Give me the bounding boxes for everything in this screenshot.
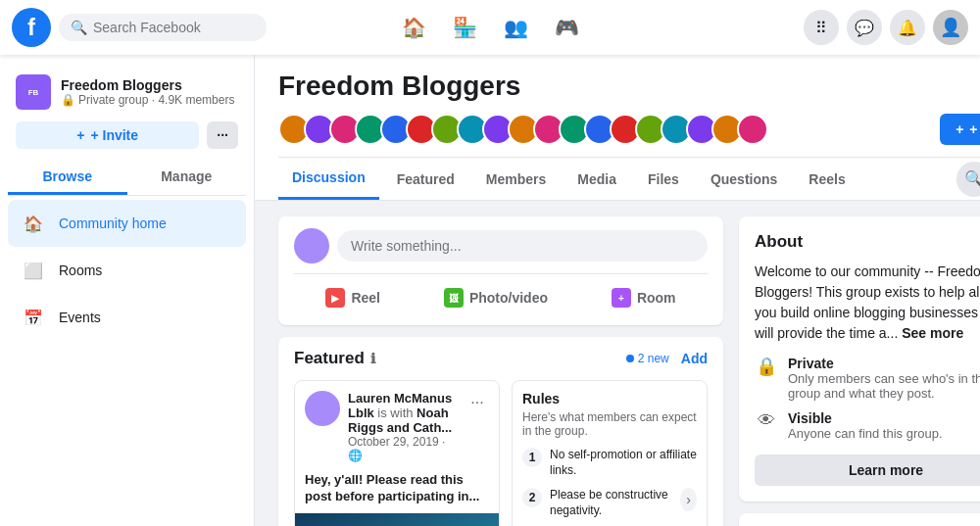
card-author-name: Lauren McManus Lblk is with Noah Riggs a… — [348, 391, 458, 435]
card-info: Lauren McManus Lblk is with Noah Riggs a… — [348, 391, 458, 462]
group-info: Freedom Bloggers 🔒 Private group · 4.9K … — [61, 77, 238, 107]
sidebar-item-events[interactable]: 📅 Events — [8, 294, 246, 341]
sidebar-action-buttons: + + Invite ··· — [8, 118, 246, 157]
apps-grid-button[interactable]: ⠿ — [804, 10, 839, 45]
sidebar-more-button[interactable]: ··· — [207, 121, 238, 149]
search-tab-button[interactable]: 🔍 — [956, 162, 980, 197]
top-nav: f 🔍 🏠 🏪 👥 🎮 ⠿ 💬 🔔 👤 — [0, 0, 980, 55]
plus-icon-main: + — [956, 121, 963, 137]
user-avatar-nav[interactable]: 👤 — [933, 10, 968, 45]
left-sidebar: FB Freedom Bloggers 🔒 Private group · 4.… — [0, 55, 255, 526]
notifications-button[interactable]: 🔔 — [890, 10, 925, 45]
rule-item-2: 2 Please be constructive negativity. › — [522, 488, 697, 518]
featured-header: Featured ℹ 2 new Add — [278, 337, 723, 376]
sidebar-tab-browse[interactable]: Browse — [8, 161, 127, 195]
featured-title: Featured ℹ — [294, 349, 375, 368]
members-row: + + Invite — [278, 114, 980, 145]
featured-card-header: Lauren McManus Lblk is with Noah Riggs a… — [295, 381, 499, 472]
group-tab-members[interactable]: Members — [472, 160, 560, 199]
about-item-content-private: Private Only members can see who's in th… — [788, 356, 980, 401]
group-meta: 🔒 Private group · 4.9K members — [61, 93, 238, 107]
featured-info-icon[interactable]: ℹ — [370, 351, 375, 366]
rules-title: Rules — [522, 391, 697, 406]
room-button[interactable]: + Room — [600, 282, 688, 313]
see-more-button[interactable]: See more — [902, 325, 963, 341]
nav-right: ⠿ 💬 🔔 👤 — [713, 10, 968, 45]
plus-icon: + — [76, 127, 84, 143]
card-image-inner: Lauren McManus Co-Founder · Creator Stra… — [295, 513, 499, 526]
featured-add-button[interactable]: Add — [681, 351, 708, 366]
rule-expand-button[interactable]: › — [680, 488, 697, 511]
card-image: Lauren McManus Co-Founder · Creator Stra… — [295, 513, 499, 526]
rule-text-2: Please be constructive negativity. — [550, 488, 672, 518]
right-column: About Welcome to our community -- Freedo… — [739, 216, 980, 526]
featured-section: Featured ℹ 2 new Add — [278, 337, 723, 526]
events-icon: 📅 — [18, 302, 49, 333]
nav-left: f 🔍 — [12, 8, 267, 47]
post-box: ▶ Reel 🖼 Photo/video + Room — [278, 216, 723, 325]
group-name: Freedom Bloggers — [61, 77, 238, 93]
photo-icon: 🖼 — [444, 288, 464, 308]
nav-friends-button[interactable]: 👥 — [492, 4, 539, 51]
about-item-visible: 👁 Visible Anyone can find this group. — [755, 410, 980, 441]
lock-icon: 🔒 — [61, 93, 75, 107]
feed-column: ▶ Reel 🖼 Photo/video + Room — [278, 216, 723, 526]
group-tab-actions: 🔍 ··· — [956, 162, 980, 197]
rules-card: Rules Here's what members can expect in … — [512, 380, 708, 526]
messenger-button[interactable]: 💬 — [847, 10, 882, 45]
nav-store-button[interactable]: 🏪 — [441, 4, 488, 51]
group-title: Freedom Bloggers — [278, 71, 980, 102]
rule-number-2: 2 — [522, 488, 542, 507]
card-menu-button[interactable]: ··· — [466, 391, 489, 414]
group-tab-files[interactable]: Files — [634, 160, 693, 199]
featured-post-card: Lauren McManus Lblk is with Noah Riggs a… — [294, 380, 500, 526]
rooms-icon: ⬜ — [18, 255, 49, 286]
home-icon: 🏠 — [18, 208, 49, 239]
reel-button[interactable]: ▶ Reel — [314, 282, 392, 313]
sidebar-item-label-community-home: Community home — [59, 215, 167, 231]
group-tabs: Discussion Featured Members Media Files … — [278, 158, 859, 200]
sidebar-item-rooms[interactable]: ⬜ Rooms — [8, 247, 246, 294]
room-icon: + — [612, 288, 631, 308]
search-icon: 🔍 — [71, 20, 87, 35]
group-invite-button[interactable]: + + Invite — [940, 114, 980, 145]
rule-number-1: 1 — [522, 448, 542, 467]
rule-text-1: No self-promotion or affiliate links. — [550, 448, 697, 478]
sidebar-tabs: Browse Manage — [8, 161, 246, 196]
nav-home-button[interactable]: 🏠 — [390, 4, 437, 51]
about-visible-label: Visible — [788, 410, 980, 426]
content-area: ▶ Reel 🖼 Photo/video + Room — [255, 201, 980, 526]
sidebar-tab-manage[interactable]: Manage — [127, 161, 247, 195]
about-description: Welcome to our community -- Freedom Blog… — [755, 262, 980, 344]
nav-gaming-button[interactable]: 🎮 — [543, 4, 590, 51]
group-tab-media[interactable]: Media — [564, 160, 630, 199]
photo-video-button[interactable]: 🖼 Photo/video — [432, 282, 560, 313]
about-item-private: 🔒 Private Only members can see who's in … — [755, 356, 980, 401]
sidebar-item-label-rooms: Rooms — [59, 263, 102, 278]
facebook-logo: f — [12, 8, 51, 47]
featured-cards: Lauren McManus Lblk is with Noah Riggs a… — [278, 376, 723, 526]
about-private-label: Private — [788, 356, 980, 371]
card-text: Hey, y'all! Please read this post before… — [295, 472, 499, 513]
main-content: Freedom Bloggers + + Invite Discussion F… — [255, 55, 980, 526]
sidebar-invite-button[interactable]: + + Invite — [16, 121, 199, 149]
card-author-avatar — [305, 391, 340, 426]
search-input[interactable] — [93, 20, 255, 35]
about-private-desc: Only members can see who's in the group … — [788, 371, 980, 401]
search-box[interactable]: 🔍 — [59, 14, 267, 41]
post-actions: ▶ Reel 🖼 Photo/video + Room — [294, 273, 708, 313]
group-tab-reels[interactable]: Reels — [795, 160, 858, 199]
member-avatars-list — [278, 114, 762, 145]
recent-media-card: Recent media ✏ — [739, 513, 980, 526]
group-tab-questions[interactable]: Questions — [697, 160, 791, 199]
learn-more-button[interactable]: Learn more — [755, 454, 980, 486]
post-input-field[interactable] — [337, 230, 708, 262]
group-tab-discussion[interactable]: Discussion — [278, 158, 379, 200]
group-tab-featured[interactable]: Featured — [383, 160, 468, 199]
page-layout: FB Freedom Bloggers 🔒 Private group · 4.… — [0, 55, 980, 526]
group-banner: Freedom Bloggers + + Invite Discussion F… — [255, 55, 980, 201]
sidebar-item-community-home[interactable]: 🏠 Community home — [8, 200, 246, 247]
post-user-avatar — [294, 228, 329, 263]
featured-new-badge: 2 new — [626, 352, 669, 365]
reel-icon: ▶ — [325, 288, 345, 308]
